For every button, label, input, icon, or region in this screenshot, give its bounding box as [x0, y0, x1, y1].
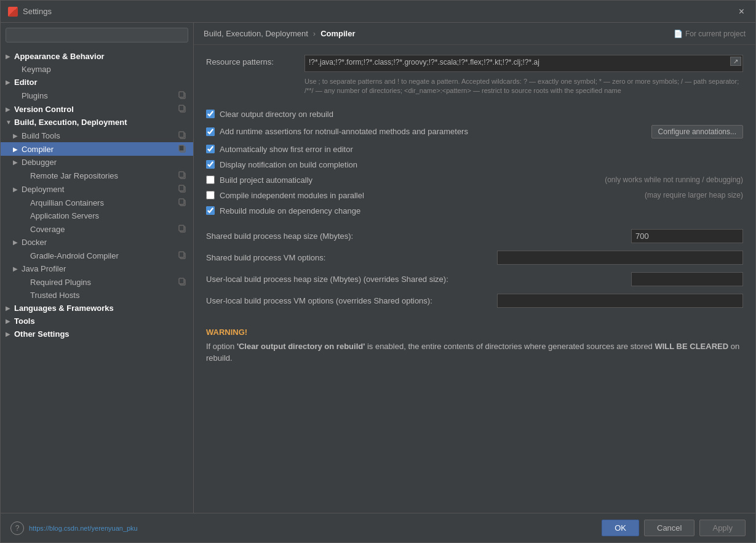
- checkbox-label-build-auto: Build project automatically: [220, 175, 600, 185]
- breadcrumb-crumb1: Build, Execution, Deployment: [204, 29, 308, 38]
- sidebar-item-coverage[interactable]: Coverage: [1, 222, 193, 236]
- svg-rect-15: [179, 225, 184, 231]
- footer-left: ? https://blog.csdn.net/yerenyuan_pku: [10, 521, 597, 535]
- sidebar-item-build-tools[interactable]: ▶Build Tools: [1, 129, 193, 142]
- project-icon: 📄: [674, 30, 683, 38]
- sidebar-item-label: Trusted Hosts: [30, 291, 188, 300]
- input-label-user-vm: User-local build process VM options (ove…: [206, 296, 492, 305]
- sidebar-item-label: Build, Execution, Deployment: [14, 118, 188, 127]
- sidebar-item-label: Java Profiler: [22, 264, 188, 273]
- checkboxes-container: Clear output directory on rebuildAdd run…: [206, 110, 743, 215]
- cancel-button[interactable]: Cancel: [644, 520, 694, 536]
- breadcrumb: Build, Execution, Deployment › Compiler …: [194, 23, 755, 45]
- ok-button[interactable]: OK: [602, 520, 639, 536]
- resource-patterns-hint: Use ; to separate patterns and ! to nega…: [304, 77, 743, 96]
- sidebar-item-debugger[interactable]: ▶Debugger: [1, 156, 193, 169]
- expand-button[interactable]: ↗: [730, 57, 741, 66]
- checkbox-add-runtime[interactable]: [206, 127, 215, 136]
- input-row-user-heap: User-local build process heap size (Mbyt…: [206, 272, 743, 286]
- sidebar-item-arquillian-containers[interactable]: Arquillian Containers: [1, 196, 193, 209]
- close-button[interactable]: ×: [735, 5, 748, 18]
- input-field-shared-heap[interactable]: [631, 229, 743, 243]
- titlebar: Settings ×: [1, 1, 755, 23]
- footer-url: https://blog.csdn.net/yerenyuan_pku: [29, 525, 138, 532]
- svg-rect-11: [179, 185, 184, 191]
- sidebar-item-label: Compiler: [22, 145, 176, 154]
- configure-annotations-button[interactable]: Configure annotations...: [651, 125, 743, 139]
- svg-rect-1: [179, 92, 184, 97]
- sidebar-item-deployment[interactable]: ▶Deployment: [1, 182, 193, 196]
- input-field-user-vm[interactable]: [497, 294, 743, 308]
- sidebar-item-compiler[interactable]: ▶Compiler: [1, 142, 193, 156]
- for-project-label: For current project: [685, 30, 746, 38]
- checkbox-row-display-notification: Display notification on build completion: [206, 160, 743, 169]
- checkbox-compile-parallel[interactable]: [206, 191, 215, 199]
- svg-rect-3: [179, 105, 184, 111]
- arrow-icon: ▶: [6, 318, 14, 324]
- sidebar-item-remote-jar-repos[interactable]: Remote Jar Repositories: [1, 169, 193, 182]
- sidebar-item-label: Arquillian Containers: [30, 198, 176, 207]
- sidebar-item-label: Docker: [22, 238, 188, 247]
- copy-icon: [178, 251, 188, 260]
- sidebar-item-keymap[interactable]: Keymap: [1, 63, 193, 76]
- sidebar-item-gradle-android-compiler[interactable]: Gradle-Android Compiler: [1, 249, 193, 262]
- help-button[interactable]: ?: [10, 521, 24, 535]
- checkbox-display-notification[interactable]: [206, 160, 215, 169]
- sidebar-item-editor[interactable]: ▶Editor: [1, 76, 193, 89]
- sidebar-item-languages-frameworks[interactable]: ▶Languages & Frameworks: [1, 302, 193, 315]
- checkbox-label-compile-parallel: Compile independent modules in parallel: [220, 191, 640, 200]
- apply-button[interactable]: Apply: [699, 520, 746, 536]
- checkbox-label-display-notification: Display notification on build completion: [220, 160, 743, 169]
- sidebar-item-tools[interactable]: ▶Tools: [1, 315, 193, 328]
- sidebar-item-plugins[interactable]: Plugins: [1, 89, 193, 102]
- checkbox-label-clear-output: Clear output directory on rebuild: [220, 110, 743, 119]
- sidebar-item-java-profiler[interactable]: ▶Java Profiler: [1, 262, 193, 275]
- input-field-shared-vm[interactable]: [497, 251, 743, 265]
- resource-patterns-value: !?*.java;!?*.form;!?*.class;!?*.groovy;!…: [309, 58, 539, 66]
- arrow-icon: ▶: [13, 132, 22, 139]
- checkbox-label-rebuild-dependency: Rebuild module on dependency change: [220, 206, 743, 215]
- app-icon: [8, 7, 18, 17]
- resource-patterns-label: Resource patterns:: [206, 55, 304, 66]
- inputs-container: Shared build process heap size (Mbytes):…: [206, 229, 743, 308]
- sidebar-item-label: Application Servers: [30, 211, 188, 220]
- sidebar-item-application-servers[interactable]: Application Servers: [1, 209, 193, 222]
- resource-patterns-box[interactable]: !?*.java;!?*.form;!?*.class;!?*.groovy;!…: [304, 55, 743, 72]
- breadcrumb-sep: ›: [313, 29, 316, 38]
- checkbox-auto-show-error[interactable]: [206, 145, 215, 153]
- arrow-icon: ▶: [6, 79, 14, 86]
- svg-rect-13: [179, 199, 184, 204]
- checkbox-note-build-auto: (only works while not running / debuggin…: [605, 175, 743, 184]
- sidebar-item-label: Debugger: [22, 158, 188, 167]
- copy-icon: [178, 131, 188, 140]
- sidebar-item-build-execution-deployment[interactable]: ▼Build, Execution, Deployment: [1, 116, 193, 129]
- svg-rect-5: [179, 132, 184, 137]
- sidebar-item-label: Coverage: [30, 225, 176, 234]
- checkbox-rebuild-dependency[interactable]: [206, 206, 215, 215]
- checkbox-build-auto[interactable]: [206, 175, 215, 184]
- sidebar-item-appearance-behavior[interactable]: ▶Appearance & Behavior: [1, 50, 193, 63]
- arrow-icon: ▶: [6, 331, 14, 337]
- copy-icon: [178, 277, 188, 287]
- checkbox-clear-output[interactable]: [206, 110, 215, 118]
- copy-icon: [178, 224, 188, 234]
- sidebar-item-other-settings[interactable]: ▶Other Settings: [1, 328, 193, 340]
- copy-icon: [178, 184, 188, 194]
- copy-icon: [178, 144, 188, 154]
- search-box[interactable]: [6, 28, 188, 42]
- input-field-user-heap[interactable]: [631, 272, 743, 286]
- sidebar-item-version-control[interactable]: ▶Version Control: [1, 102, 193, 116]
- sidebar-item-label: Version Control: [14, 105, 176, 114]
- sidebar-item-docker[interactable]: ▶Docker: [1, 236, 193, 249]
- copy-icon: [178, 104, 188, 114]
- sidebar-item-trusted-hosts[interactable]: Trusted Hosts: [1, 289, 193, 302]
- copy-icon: [178, 171, 188, 180]
- warning-text-content: If option 'Clear output directory on reb…: [206, 342, 739, 363]
- arrow-icon: ▶: [13, 186, 22, 193]
- footer: ? https://blog.csdn.net/yerenyuan_pku OK…: [1, 513, 755, 542]
- search-input[interactable]: [11, 31, 183, 39]
- sidebar-item-required-plugins[interactable]: Required Plugins: [1, 275, 193, 289]
- checkbox-note-compile-parallel: (may require larger heap size): [645, 191, 743, 199]
- resource-patterns-row: Resource patterns: !?*.java;!?*.form;!?*…: [206, 55, 743, 96]
- sidebar-item-label: Other Settings: [14, 329, 188, 339]
